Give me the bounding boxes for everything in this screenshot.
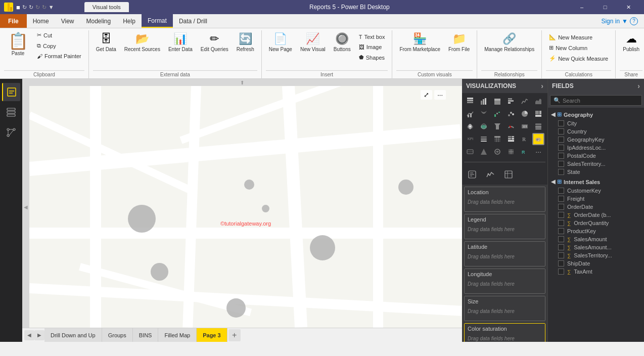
city-checkbox[interactable]	[558, 120, 564, 126]
field-item-salesterritory2[interactable]: ∑ SalesTerritory...	[548, 251, 644, 259]
close-button[interactable]: ✕	[617, 0, 640, 14]
modeling-menu[interactable]: Modeling	[80, 14, 117, 28]
field-item-city[interactable]: City	[548, 119, 644, 127]
productkey-checkbox[interactable]	[558, 228, 564, 234]
copy-button[interactable]: ⧉ Copy	[34, 41, 84, 51]
refresh-button[interactable]: 🔄 Refresh	[234, 30, 257, 55]
viz-map[interactable]	[464, 120, 476, 132]
field-item-orderdate[interactable]: OrderDate	[548, 203, 644, 211]
viz-line-clustered[interactable]	[464, 108, 476, 120]
tab-drill-down[interactable]: Drill Down and Up	[44, 328, 102, 342]
new-column-button[interactable]: ⊞ New Column	[546, 43, 611, 53]
viz-matrix[interactable]	[505, 133, 517, 145]
field-item-productkey[interactable]: ProductKey	[548, 227, 644, 235]
tab-groups[interactable]: Groups	[102, 328, 133, 342]
sidebar-item-data[interactable]	[2, 103, 20, 121]
paste-button[interactable]: 📋 Paste	[4, 30, 32, 57]
field-item-salesamount[interactable]: ∑ SalesAmount	[548, 235, 644, 243]
shapes-button[interactable]: ⬟ Shapes	[356, 53, 388, 62]
new-page-button[interactable]: 📄 New Page	[266, 30, 295, 55]
field-item-customerkey[interactable]: CustomerKey	[548, 187, 644, 195]
sign-in-button[interactable]: Sign in ▼ ?	[595, 15, 644, 27]
customerkey-checkbox[interactable]	[558, 188, 564, 194]
field-item-state[interactable]: State	[548, 168, 644, 176]
sidebar-item-model[interactable]	[2, 123, 20, 142]
viz-slicer[interactable]	[478, 133, 490, 145]
recent-sources-button[interactable]: 📂 Recent Sources	[121, 30, 163, 55]
viz-stacked-bar[interactable]	[464, 95, 476, 107]
format-menu[interactable]: Format	[142, 14, 173, 28]
viz-format-button[interactable]	[464, 166, 480, 183]
new-visual-button[interactable]: 📈 New Visual	[297, 30, 329, 55]
geographykey-checkbox[interactable]	[558, 137, 564, 143]
country-checkbox[interactable]	[558, 128, 564, 135]
salesamount2-checkbox[interactable]	[558, 244, 564, 250]
field-item-salesamount2[interactable]: ∑ SalesAmount...	[548, 243, 644, 251]
tab-bins[interactable]: BINS	[133, 328, 159, 342]
field-group-geography-header[interactable]: ◀ ⊞ Geography	[548, 110, 644, 119]
viz-area[interactable]	[532, 95, 544, 107]
viz-filled-map[interactable]	[478, 120, 490, 132]
postalcode-checkbox[interactable]	[558, 153, 564, 159]
viz-fields-button[interactable]	[500, 166, 517, 183]
cut-button[interactable]: ✂ Cut	[34, 30, 84, 40]
viz-horiz-bar[interactable]	[505, 95, 517, 107]
viz-scatter[interactable]	[505, 108, 517, 120]
add-page-button[interactable]: +	[228, 329, 241, 341]
help-menu[interactable]: Help	[117, 14, 142, 28]
map-more-button[interactable]: ···	[434, 90, 446, 100]
viz-100pct-bar[interactable]	[491, 95, 503, 107]
from-marketplace-button[interactable]: 🏪 From Marketplace	[396, 30, 443, 55]
viz-gauge[interactable]	[505, 120, 517, 132]
viz-multi-row-card[interactable]	[532, 120, 544, 132]
text-box-button[interactable]: T Text box	[356, 32, 388, 41]
view-menu[interactable]: View	[55, 14, 80, 28]
canvas-map[interactable]: ©tutorialgateway.org ⤢ ···	[29, 86, 462, 328]
viz-extra-4[interactable]	[505, 146, 517, 158]
field-item-taxamt[interactable]: ∑ TaxAmt	[548, 268, 644, 276]
maximize-button[interactable]: □	[593, 0, 617, 14]
data-drill-menu[interactable]: Data / Drill	[173, 14, 213, 28]
freight-checkbox[interactable]	[558, 196, 564, 202]
buttons-button[interactable]: 🔘 Buttons	[331, 30, 354, 55]
viz-table[interactable]	[491, 133, 503, 145]
orderdate-b-checkbox[interactable]	[558, 212, 564, 218]
viz-kpi[interactable]: KPI	[464, 133, 476, 145]
viz-r-script-2[interactable]: R	[519, 146, 531, 158]
field-item-salesterritory1[interactable]: SalesTerritory...	[548, 160, 644, 168]
help-icon[interactable]: ?	[630, 17, 638, 25]
field-item-orderdate-b[interactable]: ∑ OrderDate (b...	[548, 211, 644, 219]
viz-pie[interactable]	[519, 108, 531, 120]
viz-ribbon[interactable]	[478, 108, 490, 120]
salesterritory2-checkbox[interactable]	[558, 252, 564, 258]
viz-analytics-button[interactable]	[482, 166, 498, 183]
map-resize-button[interactable]: ⤢	[421, 90, 432, 100]
sidebar-item-report[interactable]	[2, 83, 20, 101]
orderquantity-checkbox[interactable]	[558, 220, 564, 226]
viz-more[interactable]: ···	[532, 146, 544, 158]
viz-treemap[interactable]	[532, 108, 544, 120]
field-group-internet-sales-header[interactable]: ◀ ⊞ Internet Sales	[548, 177, 644, 187]
new-measure-button[interactable]: 📐 New Measure	[546, 32, 611, 42]
field-item-freight[interactable]: Freight	[548, 195, 644, 203]
manage-relationships-button[interactable]: 🔗 Manage Relationships	[481, 30, 537, 55]
enter-data-button[interactable]: 📊 Enter Data	[165, 30, 196, 55]
tab-filled-map[interactable]: Filled Map	[158, 328, 197, 342]
fields-panel-chevron[interactable]: ›	[637, 82, 640, 90]
file-menu[interactable]: File	[0, 14, 27, 28]
viz-panel-chevron[interactable]: ›	[541, 82, 543, 90]
fields-search-box[interactable]: 🔍 Search	[550, 95, 642, 106]
viz-bubble-map[interactable]	[532, 133, 544, 145]
field-item-geographykey[interactable]: GeographyKey	[548, 136, 644, 144]
viz-card[interactable]: 123	[519, 120, 531, 132]
publish-button[interactable]: ☁ Publish	[620, 30, 642, 55]
ipaddress-checkbox[interactable]	[558, 145, 564, 151]
field-item-ipaddress[interactable]: IpAddressLoc...	[548, 144, 644, 152]
tab-page3[interactable]: Page 3	[197, 328, 227, 342]
viz-clustered-bar[interactable]	[478, 95, 490, 107]
taxamt-checkbox[interactable]	[558, 269, 564, 275]
field-item-shipdate[interactable]: ShipDate	[548, 259, 644, 268]
minimize-button[interactable]: –	[570, 0, 593, 14]
image-button[interactable]: 🖼 Image	[356, 42, 388, 52]
format-painter-button[interactable]: 🖌 Format Painter	[34, 52, 84, 61]
